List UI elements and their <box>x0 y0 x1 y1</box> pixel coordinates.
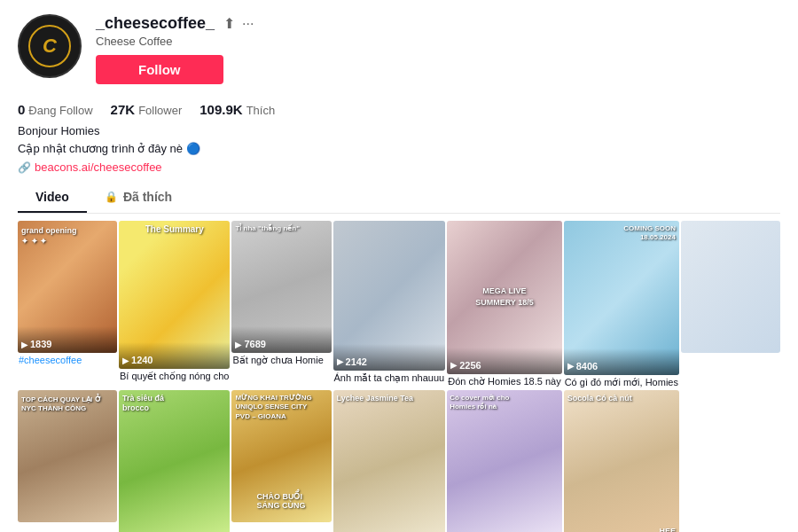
more-icon[interactable]: ··· <box>242 16 254 32</box>
video-caption-1: #cheesecoffee <box>18 355 117 365</box>
video-thumb-4: ▶ 2142 <box>333 221 446 371</box>
video-item[interactable]: Có cover mới choHomies rồi nà <box>447 390 561 532</box>
video-item[interactable]: COMING SOON18.05.2024 ▶ 8406 Có gì đó mớ… <box>564 221 679 388</box>
video-wrap-6: COMING SOON18.05.2024 ▶ 8406 <box>564 221 679 375</box>
video-wrap-7 <box>681 221 780 353</box>
tab-video[interactable]: Video <box>18 183 87 213</box>
video-thumb-8: TOP CÁCH QUAY LẠI ỞNYC THÀNH CÔNG <box>18 390 117 522</box>
video-wrap-3: Tỉ nha "thắng nến" ▶ 7689 <box>231 221 331 353</box>
follow-button[interactable]: Follow <box>96 55 223 84</box>
sub-label-10: CHÀO BUỔI SÁNG CÙNG <box>256 492 306 510</box>
link-icon: 🔗 <box>18 161 31 174</box>
video-caption-2: Bí quyết chống nóng cho <box>119 371 230 382</box>
followers-count: 27K <box>111 102 136 117</box>
likes-label: Thích <box>246 104 276 117</box>
video-item[interactable]: The Summary ▶ 1240 Bí quyết chống nóng c… <box>119 221 230 388</box>
stat-likes: 109.9K Thích <box>200 102 275 117</box>
thumb-text-2: The Summary <box>145 224 204 234</box>
thumb-label-11: Lychee Jasmine Tea <box>337 394 414 403</box>
video-item[interactable]: TOP CÁCH QUAY LẠI ỞNYC THÀNH CÔNG <box>18 390 117 532</box>
video-thumb-9: Trà siêu đábrocco <box>119 390 230 532</box>
profile-header: C _cheesecoffee_ ⬆ ··· Cheese Coffee Fol… <box>0 0 798 174</box>
profile-username: _cheesecoffee_ <box>96 14 215 33</box>
thumb-label-8: TOP CÁCH QUAY LẠI ỞNYC THÀNH CÔNG <box>21 395 101 414</box>
tab-video-label: Video <box>35 190 69 204</box>
video-thumb-3: Tỉ nha "thắng nến" ▶ 7689 <box>231 221 331 353</box>
tab-liked[interactable]: 🔒 Đã thích <box>87 183 190 213</box>
video-item[interactable] <box>681 221 780 388</box>
share-icon[interactable]: ⬆ <box>223 15 235 32</box>
video-wrap-12: Có cover mới choHomies rồi nà <box>447 390 561 532</box>
video-wrap-9: Trà siêu đábrocco <box>119 390 230 532</box>
bio-link[interactable]: 🔗 beacons.ai/cheesecoffee <box>18 160 780 174</box>
thumb-text-1: grand opening✦ ✦ ✦ <box>21 226 77 246</box>
video-wrap-8: TOP CÁCH QUAY LẠI ỞNYC THÀNH CÔNG <box>18 390 117 522</box>
avatar: C <box>18 14 82 78</box>
bio-section: Bonjour Homies Cập nhật chương trình ở đ… <box>18 122 780 157</box>
thumb-label-6: COMING SOON18.05.2024 <box>623 224 676 243</box>
bio-line1: Bonjour Homies <box>18 122 780 140</box>
video-item[interactable]: MỪNG KHAI TRƯỜNGUNIQLO SENSE CITYPVD – G… <box>231 390 331 532</box>
followers-label: Follower <box>138 104 182 117</box>
lock-icon: 🔒 <box>105 191 118 203</box>
stats-row: 0 Đang Follow 27K Follower 109.9K Thích <box>18 102 780 117</box>
video-wrap-1: grand opening✦ ✦ ✦ ▶ 1839 <box>18 221 117 353</box>
following-count: 0 <box>18 102 25 117</box>
thumb-label-10: MỪNG KHAI TRƯỜNGUNIQLO SENSE CITYPVD – G… <box>235 394 329 421</box>
video-item[interactable]: ▶ 2142 Ánh mắt ta chạm nhauuu <box>333 221 446 388</box>
video-thumb-1: grand opening✦ ✦ ✦ ▶ 1839 <box>18 221 117 353</box>
profile-actions: ⬆ ··· <box>223 15 254 32</box>
tabs-row: Video 🔒 Đã thích <box>18 183 780 214</box>
video-caption-4: Ánh mắt ta chạm nhauuu <box>333 372 446 384</box>
video-item[interactable]: Lychee Jasmine Tea <box>333 390 446 532</box>
video-wrap-13: Socola Có cà nút HEE <box>564 390 679 532</box>
video-thumb-5: MEGA LIVESUMMERY 18/5 ▶ 2256 <box>447 221 561 374</box>
video-thumb-7 <box>681 221 780 353</box>
thumb-label-5: MEGA LIVESUMMERY 18/5 <box>453 286 557 309</box>
profile-display-name: Cheese Coffee <box>96 35 780 48</box>
video-wrap-4: ▶ 2142 <box>333 221 446 371</box>
video-caption-5: Đón chờ Homies 18.5 này <box>447 376 561 387</box>
thumb-label-9: Trà siêu đábrocco <box>122 394 164 414</box>
thumb-label-12: Có cover mới choHomies rồi nà <box>450 394 559 412</box>
avatar-ring: C <box>28 25 71 67</box>
video-item[interactable]: Trà siêu đábrocco <box>119 390 230 532</box>
video-thumb-13: Socola Có cà nút HEE <box>564 390 679 532</box>
video-wrap-11: Lychee Jasmine Tea <box>333 390 446 532</box>
video-caption-6: Có gì đó mới mới, Homies <box>564 377 679 388</box>
video-thumb-12: Có cover mới choHomies rồi nà <box>447 390 561 532</box>
video-thumb-6: COMING SOON18.05.2024 ▶ 8406 <box>564 221 679 375</box>
videos-grid: grand opening✦ ✦ ✦ ▶ 1839 #cheesecoffee … <box>14 217 784 532</box>
video-caption-3: Bất ngờ chưa Homie <box>231 355 331 366</box>
following-label: Đang Follow <box>28 104 92 117</box>
video-thumb-11: Lychee Jasmine Tea <box>333 390 446 532</box>
video-thumb-10: MỪNG KHAI TRƯỜNGUNIQLO SENSE CITYPVD – G… <box>231 390 331 522</box>
profile-top: C _cheesecoffee_ ⬆ ··· Cheese Coffee Fol… <box>18 14 780 84</box>
tab-liked-label: Đã thích <box>123 190 172 204</box>
video-wrap-2: The Summary ▶ 1240 <box>119 221 230 369</box>
video-item[interactable]: grand opening✦ ✦ ✦ ▶ 1839 #cheesecoffee <box>18 221 117 388</box>
thumb-label-3: Tỉ nha "thắng nến" <box>235 224 299 232</box>
bio-link-text: beacons.ai/cheesecoffee <box>35 160 162 174</box>
video-item[interactable]: Tỉ nha "thắng nến" ▶ 7689 Bất ngờ chưa H… <box>231 221 331 388</box>
profile-info: _cheesecoffee_ ⬆ ··· Cheese Coffee Follo… <box>96 14 780 84</box>
likes-count: 109.9K <box>200 102 242 117</box>
profile-page: C _cheesecoffee_ ⬆ ··· Cheese Coffee Fol… <box>0 0 798 532</box>
brand-label-13: HEE <box>659 527 676 533</box>
video-item[interactable]: Socola Có cà nút HEE <box>564 390 679 532</box>
video-wrap-5: MEGA LIVESUMMERY 18/5 ▶ 2256 <box>447 221 561 374</box>
video-item[interactable]: MEGA LIVESUMMERY 18/5 ▶ 2256 Đón chờ Hom… <box>447 221 561 388</box>
bio-line2: Cập nhật chương trình ở đây nè 🔵 <box>18 140 780 158</box>
stat-followers: 27K Follower <box>111 102 183 117</box>
avatar-letter: C <box>43 36 57 56</box>
video-thumb-2: The Summary ▶ 1240 <box>119 221 230 369</box>
stat-following: 0 Đang Follow <box>18 102 93 117</box>
profile-name-row: _cheesecoffee_ ⬆ ··· <box>96 14 780 33</box>
video-wrap-10: MỪNG KHAI TRƯỜNGUNIQLO SENSE CITYPVD – G… <box>231 390 331 522</box>
thumb-label-13: Socola Có cà nút <box>567 394 632 404</box>
